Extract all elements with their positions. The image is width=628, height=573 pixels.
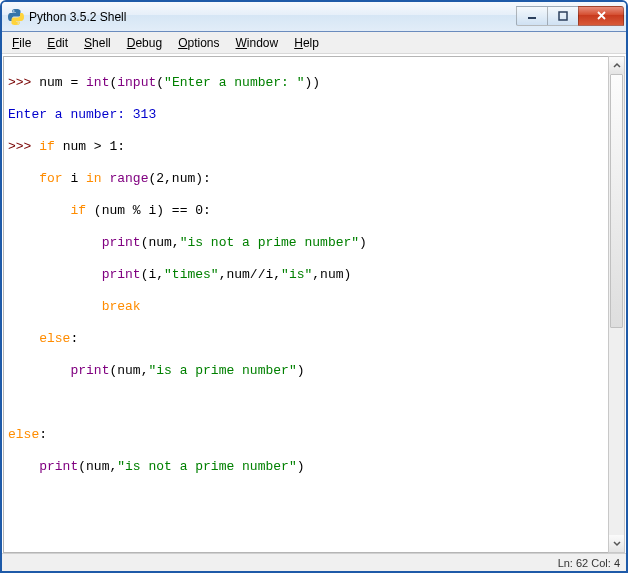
- code-line: >>> num = int(input("Enter a number: ")): [8, 75, 604, 91]
- maximize-icon: [558, 11, 568, 21]
- menubar: File Edit Shell Debug Options Window Hel…: [2, 32, 626, 54]
- code-line: print(i,"times",num//i,"is",num): [8, 267, 604, 283]
- menu-window[interactable]: Window: [228, 34, 287, 52]
- chevron-up-icon: [613, 62, 621, 70]
- cursor-position: Ln: 62 Col: 4: [558, 557, 620, 569]
- vertical-scrollbar[interactable]: [608, 56, 625, 553]
- chevron-down-icon: [613, 540, 621, 548]
- python-icon: [8, 9, 24, 25]
- blank-line: [8, 523, 604, 539]
- scroll-track[interactable]: [609, 74, 624, 535]
- code-line: print(num,"is a prime number"): [8, 363, 604, 379]
- code-line: print(num,"is not a prime number"): [8, 235, 604, 251]
- code-line: if (num % i) == 0:: [8, 203, 604, 219]
- code-line: else:: [8, 427, 604, 443]
- menu-file[interactable]: File: [4, 34, 39, 52]
- code-line: >>> if num > 1:: [8, 139, 604, 155]
- menu-help[interactable]: Help: [286, 34, 327, 52]
- menu-edit[interactable]: Edit: [39, 34, 76, 52]
- close-button[interactable]: [578, 6, 624, 26]
- menu-debug[interactable]: Debug: [119, 34, 170, 52]
- content-area: >>> num = int(input("Enter a number: "))…: [2, 54, 626, 553]
- scroll-up-button[interactable]: [609, 57, 624, 74]
- svg-rect-1: [559, 12, 567, 20]
- scroll-down-button[interactable]: [609, 535, 624, 552]
- window-title: Python 3.5.2 Shell: [29, 10, 126, 24]
- maximize-button[interactable]: [547, 6, 579, 26]
- blank-line: [8, 395, 604, 411]
- menu-options[interactable]: Options: [170, 34, 227, 52]
- close-icon: [596, 10, 607, 21]
- statusbar: Ln: 62 Col: 4: [2, 553, 626, 571]
- code-line: print(num,"is not a prime number"): [8, 459, 604, 475]
- code-line: for i in range(2,num):: [8, 171, 604, 187]
- shell-editor[interactable]: >>> num = int(input("Enter a number: "))…: [3, 56, 608, 553]
- menu-shell[interactable]: Shell: [76, 34, 119, 52]
- svg-rect-0: [528, 17, 536, 19]
- blank-line: [8, 491, 604, 507]
- window-controls: [517, 6, 624, 28]
- minimize-icon: [527, 11, 537, 21]
- code-line: break: [8, 299, 604, 315]
- output-line: Enter a number: 313: [8, 107, 604, 123]
- minimize-button[interactable]: [516, 6, 548, 26]
- scroll-thumb[interactable]: [610, 74, 623, 328]
- code-line: else:: [8, 331, 604, 347]
- titlebar: Python 3.5.2 Shell: [2, 2, 626, 32]
- titlebar-left: Python 3.5.2 Shell: [8, 9, 126, 25]
